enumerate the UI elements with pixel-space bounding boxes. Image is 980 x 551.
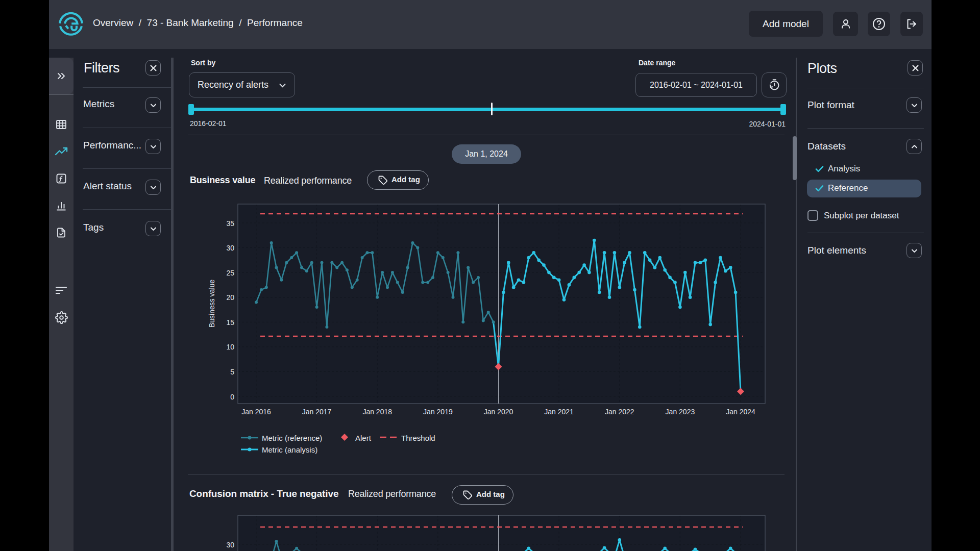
svg-text:Jan 2016: Jan 2016 xyxy=(241,408,271,416)
svg-text:Metric (analysis): Metric (analysis) xyxy=(262,445,317,454)
svg-text:Jan 2019: Jan 2019 xyxy=(423,408,453,416)
svg-text:Jan 2022: Jan 2022 xyxy=(605,408,634,416)
svg-text:30: 30 xyxy=(226,541,234,549)
svg-text:Metric (reference): Metric (reference) xyxy=(262,434,322,442)
svg-text:Jan 2024: Jan 2024 xyxy=(726,408,755,416)
svg-text:Threshold: Threshold xyxy=(401,434,435,442)
svg-text:Jan 2017: Jan 2017 xyxy=(302,408,332,416)
svg-text:30: 30 xyxy=(226,244,234,252)
svg-text:Business value: Business value xyxy=(208,280,216,328)
svg-text:Jan 2020: Jan 2020 xyxy=(484,408,513,416)
svg-text:5: 5 xyxy=(230,368,234,376)
svg-text:Jan 2018: Jan 2018 xyxy=(362,408,392,416)
svg-text:20: 20 xyxy=(226,293,234,302)
svg-text:25: 25 xyxy=(226,269,234,277)
svg-text:0: 0 xyxy=(230,393,234,401)
svg-text:Jan 2023: Jan 2023 xyxy=(666,408,695,416)
svg-text:15: 15 xyxy=(226,318,234,327)
svg-text:Alert: Alert xyxy=(355,434,372,442)
svg-text:35: 35 xyxy=(226,219,234,228)
svg-text:Jan 2021: Jan 2021 xyxy=(544,408,574,416)
svg-text:10: 10 xyxy=(226,343,234,351)
